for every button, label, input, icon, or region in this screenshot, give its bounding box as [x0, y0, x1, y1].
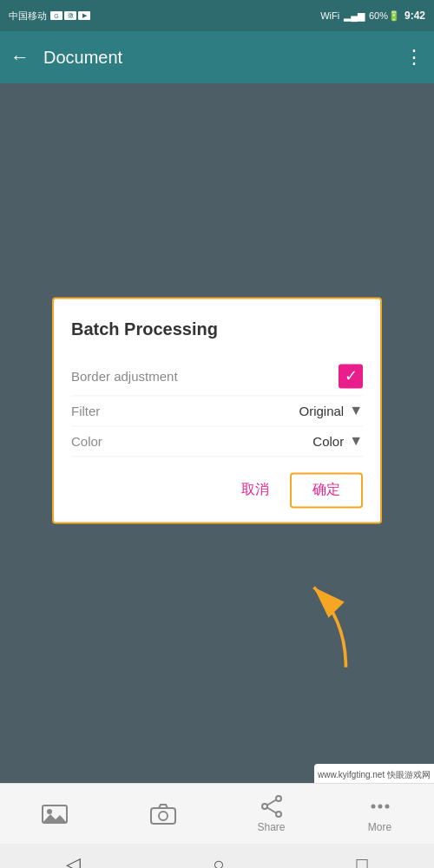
nav-home-button[interactable]: ○ [213, 853, 224, 868]
svg-point-5 [159, 812, 168, 820]
svg-point-8 [276, 812, 281, 817]
color-dropdown-arrow[interactable]: ▼ [349, 433, 363, 449]
status-bar-right: WiFi ▂▄▆ 60%🔋 9:42 [320, 10, 425, 22]
color-value: Color [312, 434, 344, 449]
app-bar: ← Document ⋮ [0, 31, 434, 83]
svg-point-6 [276, 796, 281, 801]
svg-point-13 [385, 804, 389, 808]
svg-point-2 [47, 809, 52, 814]
border-adjustment-row: Border adjustment ✓ [71, 357, 363, 396]
main-content: Batch Processing Border adjustment ✓ Fil… [0, 83, 434, 783]
filter-label: Filter [71, 404, 299, 418]
dialog-actions: 取消 确定 [71, 472, 363, 508]
svg-point-12 [378, 804, 382, 808]
border-adjustment-label: Border adjustment [71, 369, 339, 384]
bottom-item-gallery[interactable] [0, 803, 108, 825]
arrow-annotation [295, 571, 365, 679]
menu-button[interactable]: ⋮ [404, 46, 424, 69]
color-label: Color [71, 434, 312, 449]
svg-line-10 [267, 807, 276, 812]
nav-recent-button[interactable]: □ [357, 853, 368, 868]
camera-icon [150, 803, 176, 825]
bottom-item-share[interactable]: Share [217, 795, 326, 833]
batch-processing-dialog: Batch Processing Border adjustment ✓ Fil… [52, 297, 382, 523]
wifi-indicator: WiFi [320, 10, 339, 21]
watermark-text: www.kyifgting.net 快眼游戏网 [318, 770, 431, 779]
cancel-button[interactable]: 取消 [231, 474, 279, 506]
signal-indicator: ▂▄▆ [344, 10, 365, 22]
share-icon [260, 795, 284, 818]
nav-back-button[interactable]: ◁ [66, 853, 81, 868]
watermark: www.kyifgting.net 快眼游戏网 [314, 764, 434, 783]
app-icon-3: ▶ [78, 11, 90, 20]
bottom-item-more[interactable]: More [326, 795, 434, 833]
status-bar: 中国移动 G 微 ▶ WiFi ▂▄▆ 60%🔋 9:42 [0, 0, 434, 31]
border-adjustment-checkbox[interactable]: ✓ [339, 364, 363, 388]
svg-rect-4 [151, 808, 175, 824]
more-label: More [368, 821, 391, 833]
page-title: Document [43, 48, 404, 68]
app-icon-1: G [50, 11, 62, 20]
back-button[interactable]: ← [10, 46, 30, 69]
status-icons: G 微 ▶ [50, 11, 90, 20]
status-bar-left: 中国移动 G 微 ▶ [9, 10, 90, 23]
color-row: Color Color ▼ [71, 426, 363, 457]
share-label: Share [257, 821, 285, 833]
time-display: 9:42 [404, 10, 425, 22]
more-icon [368, 795, 392, 818]
filter-value: Original [299, 404, 344, 418]
svg-line-9 [267, 799, 276, 805]
svg-point-11 [371, 804, 375, 808]
svg-point-7 [262, 804, 267, 809]
gallery-icon [42, 803, 68, 825]
dialog-title: Batch Processing [71, 319, 363, 339]
confirm-button[interactable]: 确定 [290, 472, 363, 508]
bottom-item-camera[interactable] [108, 803, 217, 825]
app-icon-2: 微 [64, 11, 76, 20]
nav-bar: ◁ ○ □ [0, 844, 434, 868]
carrier-text: 中国移动 [9, 10, 47, 23]
svg-marker-3 [43, 814, 67, 823]
bottom-bar: Share More [0, 783, 434, 844]
battery-indicator: 60%🔋 [369, 10, 400, 22]
filter-row: Filter Original ▼ [71, 396, 363, 426]
filter-dropdown-arrow[interactable]: ▼ [349, 403, 363, 418]
